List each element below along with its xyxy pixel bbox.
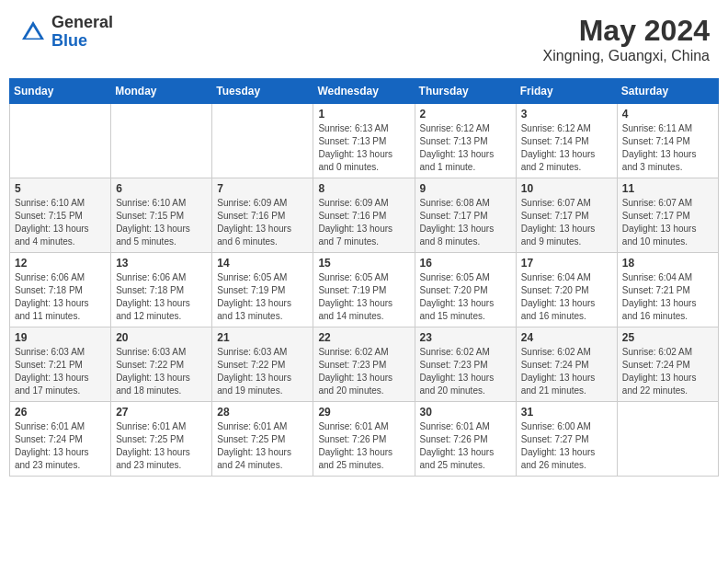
day-number: 25 bbox=[622, 331, 713, 344]
day-cell-27: 27Sunrise: 6:01 AM Sunset: 7:25 PM Dayli… bbox=[111, 402, 212, 477]
day-info: Sunrise: 6:07 AM Sunset: 7:17 PM Dayligh… bbox=[521, 197, 612, 248]
logo: General Blue bbox=[18, 14, 113, 51]
day-info: Sunrise: 6:09 AM Sunset: 7:16 PM Dayligh… bbox=[217, 197, 308, 248]
day-number: 22 bbox=[318, 331, 409, 344]
day-info: Sunrise: 6:11 AM Sunset: 7:14 PM Dayligh… bbox=[622, 122, 713, 174]
day-number: 23 bbox=[420, 331, 511, 344]
day-cell-22: 22Sunrise: 6:02 AM Sunset: 7:23 PM Dayli… bbox=[313, 327, 415, 402]
day-info: Sunrise: 6:00 AM Sunset: 7:27 PM Dayligh… bbox=[521, 420, 612, 472]
day-header-thursday: Thursday bbox=[415, 79, 516, 104]
day-info: Sunrise: 6:03 AM Sunset: 7:22 PM Dayligh… bbox=[116, 346, 207, 397]
day-number: 15 bbox=[318, 257, 409, 270]
day-number: 5 bbox=[15, 182, 106, 195]
day-header-monday: Monday bbox=[111, 79, 212, 104]
day-info: Sunrise: 6:01 AM Sunset: 7:25 PM Dayligh… bbox=[217, 420, 308, 472]
day-info: Sunrise: 6:02 AM Sunset: 7:23 PM Dayligh… bbox=[420, 346, 511, 397]
day-cell-30: 30Sunrise: 6:01 AM Sunset: 7:26 PM Dayli… bbox=[415, 402, 516, 477]
day-cell-9: 9Sunrise: 6:08 AM Sunset: 7:17 PM Daylig… bbox=[415, 178, 516, 253]
week-row: 5Sunrise: 6:10 AM Sunset: 7:15 PM Daylig… bbox=[10, 178, 719, 253]
day-cell-17: 17Sunrise: 6:04 AM Sunset: 7:20 PM Dayli… bbox=[516, 253, 617, 327]
day-number: 3 bbox=[521, 108, 612, 121]
day-info: Sunrise: 6:04 AM Sunset: 7:21 PM Dayligh… bbox=[622, 271, 713, 323]
day-number: 8 bbox=[318, 182, 409, 195]
day-number: 14 bbox=[217, 257, 308, 270]
day-cell-4: 4Sunrise: 6:11 AM Sunset: 7:14 PM Daylig… bbox=[617, 104, 718, 178]
week-row: 19Sunrise: 6:03 AM Sunset: 7:21 PM Dayli… bbox=[10, 327, 719, 402]
days-of-week-row: SundayMondayTuesdayWednesdayThursdayFrid… bbox=[10, 79, 719, 104]
day-header-friday: Friday bbox=[516, 79, 617, 104]
day-number: 26 bbox=[15, 406, 106, 419]
day-number: 20 bbox=[116, 331, 207, 344]
day-number: 17 bbox=[521, 257, 612, 270]
week-row: 12Sunrise: 6:06 AM Sunset: 7:18 PM Dayli… bbox=[10, 253, 719, 327]
day-info: Sunrise: 6:06 AM Sunset: 7:18 PM Dayligh… bbox=[116, 271, 207, 323]
logo-blue: Blue bbox=[51, 32, 113, 51]
day-info: Sunrise: 6:09 AM Sunset: 7:16 PM Dayligh… bbox=[318, 197, 409, 248]
day-number: 27 bbox=[116, 406, 207, 419]
location: Xingning, Guangxi, China bbox=[543, 48, 710, 64]
day-number: 21 bbox=[217, 331, 308, 344]
day-cell-6: 6Sunrise: 6:10 AM Sunset: 7:15 PM Daylig… bbox=[111, 178, 212, 253]
day-number: 13 bbox=[116, 257, 207, 270]
day-info: Sunrise: 6:05 AM Sunset: 7:19 PM Dayligh… bbox=[318, 271, 409, 323]
day-info: Sunrise: 6:03 AM Sunset: 7:22 PM Dayligh… bbox=[217, 346, 308, 397]
page-header: General Blue May 2024 Xingning, Guangxi,… bbox=[9, 9, 719, 69]
calendar-body: 1Sunrise: 6:13 AM Sunset: 7:13 PM Daylig… bbox=[10, 104, 719, 477]
day-cell-26: 26Sunrise: 6:01 AM Sunset: 7:24 PM Dayli… bbox=[10, 402, 111, 477]
day-info: Sunrise: 6:02 AM Sunset: 7:24 PM Dayligh… bbox=[622, 346, 713, 397]
day-cell-12: 12Sunrise: 6:06 AM Sunset: 7:18 PM Dayli… bbox=[10, 253, 111, 327]
day-info: Sunrise: 6:13 AM Sunset: 7:13 PM Dayligh… bbox=[318, 122, 409, 174]
day-header-saturday: Saturday bbox=[617, 79, 718, 104]
day-info: Sunrise: 6:02 AM Sunset: 7:23 PM Dayligh… bbox=[318, 346, 409, 397]
day-cell-14: 14Sunrise: 6:05 AM Sunset: 7:19 PM Dayli… bbox=[212, 253, 313, 327]
day-number: 4 bbox=[622, 108, 713, 121]
logo-text: General Blue bbox=[51, 14, 113, 51]
day-cell-19: 19Sunrise: 6:03 AM Sunset: 7:21 PM Dayli… bbox=[10, 327, 111, 402]
day-number: 24 bbox=[521, 331, 612, 344]
day-cell-2: 2Sunrise: 6:12 AM Sunset: 7:13 PM Daylig… bbox=[415, 104, 516, 178]
day-cell-7: 7Sunrise: 6:09 AM Sunset: 7:16 PM Daylig… bbox=[212, 178, 313, 253]
day-number: 7 bbox=[217, 182, 308, 195]
day-info: Sunrise: 6:05 AM Sunset: 7:19 PM Dayligh… bbox=[217, 271, 308, 323]
day-info: Sunrise: 6:05 AM Sunset: 7:20 PM Dayligh… bbox=[420, 271, 511, 323]
day-info: Sunrise: 6:01 AM Sunset: 7:25 PM Dayligh… bbox=[116, 420, 207, 472]
day-cell-28: 28Sunrise: 6:01 AM Sunset: 7:25 PM Dayli… bbox=[212, 402, 313, 477]
day-info: Sunrise: 6:12 AM Sunset: 7:13 PM Dayligh… bbox=[420, 122, 511, 174]
day-header-tuesday: Tuesday bbox=[212, 79, 313, 104]
day-number: 12 bbox=[15, 257, 106, 270]
day-cell-25: 25Sunrise: 6:02 AM Sunset: 7:24 PM Dayli… bbox=[617, 327, 718, 402]
day-cell-1: 1Sunrise: 6:13 AM Sunset: 7:13 PM Daylig… bbox=[313, 104, 415, 178]
day-cell-21: 21Sunrise: 6:03 AM Sunset: 7:22 PM Dayli… bbox=[212, 327, 313, 402]
week-row: 1Sunrise: 6:13 AM Sunset: 7:13 PM Daylig… bbox=[10, 104, 719, 178]
day-cell-10: 10Sunrise: 6:07 AM Sunset: 7:17 PM Dayli… bbox=[516, 178, 617, 253]
day-info: Sunrise: 6:01 AM Sunset: 7:26 PM Dayligh… bbox=[318, 420, 409, 472]
day-info: Sunrise: 6:07 AM Sunset: 7:17 PM Dayligh… bbox=[622, 197, 713, 248]
day-number: 29 bbox=[318, 406, 409, 419]
day-cell-24: 24Sunrise: 6:02 AM Sunset: 7:24 PM Dayli… bbox=[516, 327, 617, 402]
empty-cell bbox=[212, 104, 313, 178]
day-number: 16 bbox=[420, 257, 511, 270]
logo-general: General bbox=[51, 14, 113, 32]
day-cell-8: 8Sunrise: 6:09 AM Sunset: 7:16 PM Daylig… bbox=[313, 178, 415, 253]
day-number: 11 bbox=[622, 182, 713, 195]
day-info: Sunrise: 6:06 AM Sunset: 7:18 PM Dayligh… bbox=[15, 271, 106, 323]
day-info: Sunrise: 6:12 AM Sunset: 7:14 PM Dayligh… bbox=[521, 122, 612, 174]
day-cell-20: 20Sunrise: 6:03 AM Sunset: 7:22 PM Dayli… bbox=[111, 327, 212, 402]
month-year: May 2024 bbox=[543, 14, 710, 48]
day-cell-29: 29Sunrise: 6:01 AM Sunset: 7:26 PM Dayli… bbox=[313, 402, 415, 477]
logo-icon bbox=[18, 17, 48, 47]
day-header-sunday: Sunday bbox=[10, 79, 111, 104]
day-cell-13: 13Sunrise: 6:06 AM Sunset: 7:18 PM Dayli… bbox=[111, 253, 212, 327]
calendar-table: SundayMondayTuesdayWednesdayThursdayFrid… bbox=[9, 78, 719, 477]
day-number: 31 bbox=[521, 406, 612, 419]
day-cell-31: 31Sunrise: 6:00 AM Sunset: 7:27 PM Dayli… bbox=[516, 402, 617, 477]
day-number: 30 bbox=[420, 406, 511, 419]
calendar-header: SundayMondayTuesdayWednesdayThursdayFrid… bbox=[10, 79, 719, 104]
day-number: 28 bbox=[217, 406, 308, 419]
day-cell-18: 18Sunrise: 6:04 AM Sunset: 7:21 PM Dayli… bbox=[617, 253, 718, 327]
day-cell-11: 11Sunrise: 6:07 AM Sunset: 7:17 PM Dayli… bbox=[617, 178, 718, 253]
day-info: Sunrise: 6:02 AM Sunset: 7:24 PM Dayligh… bbox=[521, 346, 612, 397]
day-info: Sunrise: 6:01 AM Sunset: 7:26 PM Dayligh… bbox=[420, 420, 511, 472]
day-info: Sunrise: 6:10 AM Sunset: 7:15 PM Dayligh… bbox=[15, 197, 106, 248]
title-block: May 2024 Xingning, Guangxi, China bbox=[543, 14, 710, 64]
